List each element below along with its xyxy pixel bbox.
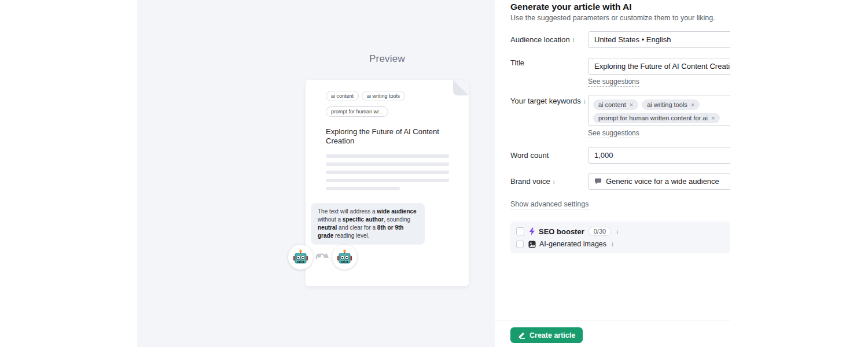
keyword-chip-label: ai writing tools <box>647 101 687 108</box>
info-icon[interactable]: i <box>553 178 555 185</box>
remove-keyword-icon[interactable]: × <box>711 115 715 121</box>
seo-booster-checkbox[interactable] <box>516 227 524 235</box>
seo-booster-row: SEO booster 0/30 i <box>516 227 618 236</box>
info-icon[interactable]: i <box>616 228 618 235</box>
robot-icon <box>337 249 352 265</box>
info-icon[interactable]: i <box>612 241 613 248</box>
target-keywords-label: Your target keywordsi <box>510 97 586 105</box>
title-label: Title <box>510 58 524 67</box>
addons-box: SEO booster 0/30 i AI-generated images i <box>510 222 730 253</box>
preview-tag: prompt for human wr... <box>326 106 388 117</box>
audience-tooltip: The text will address a wide audience wi… <box>311 203 425 245</box>
skeleton-line <box>326 163 449 166</box>
skeleton-line <box>326 179 449 182</box>
keyword-chip[interactable]: prompt for human written content for ai× <box>593 113 720 123</box>
text-skeleton <box>326 154 449 190</box>
preview-panel: Preview ai contentai writing toolsprompt… <box>137 0 495 347</box>
brand-voice-label: Brand voicei <box>510 177 555 186</box>
preview-tag-list: ai contentai writing toolsprompt for hum… <box>326 90 448 121</box>
info-icon[interactable]: i <box>584 98 586 105</box>
preview-tag: ai content <box>326 91 359 101</box>
skeleton-line <box>326 187 400 190</box>
preview-tag: ai writing tools <box>362 91 405 101</box>
page-fold-corner <box>453 80 469 95</box>
preview-heading: Preview <box>306 53 469 65</box>
keywords-see-suggestions-link[interactable]: See suggestions <box>588 129 639 138</box>
brand-voice-select[interactable]: Generic voice for a wide audience <box>588 173 730 190</box>
word-count-label: Word count <box>510 151 549 160</box>
brand-voice-value: Generic voice for a wide audience <box>606 177 719 186</box>
loop-arrow-icon <box>315 249 331 263</box>
keyword-chip-label: ai content <box>598 101 626 108</box>
word-count-input[interactable] <box>588 147 730 164</box>
remove-keyword-icon[interactable]: × <box>691 101 694 108</box>
keyword-chip[interactable]: ai writing tools× <box>642 99 700 110</box>
keyword-chip-label: prompt for human written content for ai <box>598 115 708 121</box>
robot-icon <box>293 249 308 265</box>
ai-images-checkbox[interactable] <box>516 241 524 248</box>
photo-icon <box>528 241 536 248</box>
keywords-input[interactable]: ai content×ai writing tools×prompt for h… <box>588 95 730 126</box>
title-see-suggestions-link[interactable]: See suggestions <box>588 77 639 87</box>
seo-booster-count-badge: 0/30 <box>589 227 611 236</box>
remove-keyword-icon[interactable]: × <box>630 101 633 108</box>
create-article-button[interactable]: Create article <box>510 327 583 343</box>
pen-icon <box>518 331 525 339</box>
keyword-chip[interactable]: ai content× <box>593 99 638 110</box>
seo-booster-label: SEO booster <box>539 227 584 236</box>
footer-divider <box>495 320 730 320</box>
preview-article-title: Exploring the Future of AI Content Creat… <box>326 127 448 146</box>
form-title: Generate your article with AI <box>510 2 632 12</box>
robot-badge-target <box>332 245 357 270</box>
create-article-label: Create article <box>529 331 575 339</box>
ai-images-label: AI-generated images <box>539 240 606 248</box>
skeleton-line <box>326 154 449 158</box>
title-input[interactable] <box>588 58 730 75</box>
speech-bubble-icon <box>594 178 602 185</box>
audience-location-input[interactable] <box>588 31 730 48</box>
lightning-bolt-icon <box>529 227 535 235</box>
audience-tooltip-text: The text will address a wide audience wi… <box>318 208 417 239</box>
robot-badge-source <box>288 245 313 270</box>
form-subtitle: Use the suggested parameters or customiz… <box>510 14 715 22</box>
info-icon[interactable]: i <box>573 36 575 43</box>
ai-images-row: AI-generated images i <box>516 240 613 248</box>
show-advanced-settings-link[interactable]: Show advanced settings <box>510 200 589 209</box>
skeleton-line <box>326 171 449 174</box>
generate-article-form: Generate your article with AI Use the su… <box>495 0 868 347</box>
audience-location-label: Audience locationi <box>510 35 575 44</box>
